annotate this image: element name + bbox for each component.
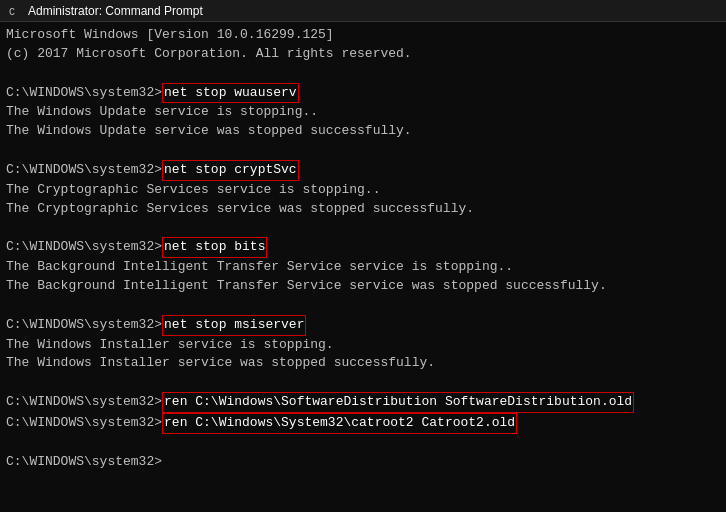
terminal-empty-line — [6, 434, 720, 453]
terminal-line: The Windows Update service is stopping.. — [6, 103, 720, 122]
terminal-line: Microsoft Windows [Version 10.0.16299.12… — [6, 26, 720, 45]
terminal-empty-line — [6, 141, 720, 160]
command-line: C:\WINDOWS\system32>ren C:\Windows\Softw… — [6, 392, 720, 413]
command-line: C:\WINDOWS\system32>net stop wuauserv — [6, 83, 720, 104]
terminal-line: The Cryptographic Services service is st… — [6, 181, 720, 200]
title-bar-text: Administrator: Command Prompt — [28, 4, 718, 18]
command-text: net stop wuauserv — [162, 83, 299, 104]
terminal-line: The Background Intelligent Transfer Serv… — [6, 277, 720, 296]
command-line: C:\WINDOWS\system32>net stop cryptSvc — [6, 160, 720, 181]
command-text: net stop msiserver — [162, 315, 306, 336]
prompt: C:\WINDOWS\system32> — [6, 238, 162, 257]
command-line: C:\WINDOWS\system32>ren C:\Windows\Syste… — [6, 413, 720, 434]
prompt: C:\WINDOWS\system32> — [6, 161, 162, 180]
terminal-empty-line — [6, 218, 720, 237]
terminal-line: The Windows Update service was stopped s… — [6, 122, 720, 141]
prompt: C:\WINDOWS\system32> — [6, 453, 162, 472]
terminal: Microsoft Windows [Version 10.0.16299.12… — [0, 22, 726, 512]
prompt-line: C:\WINDOWS\system32> — [6, 453, 720, 472]
title-bar: C Administrator: Command Prompt — [0, 0, 726, 22]
terminal-line: The Cryptographic Services service was s… — [6, 200, 720, 219]
command-text: ren C:\Windows\System32\catroot2 Catroot… — [162, 413, 517, 434]
terminal-empty-line — [6, 64, 720, 83]
command-text: net stop bits — [162, 237, 267, 258]
command-line: C:\WINDOWS\system32>net stop bits — [6, 237, 720, 258]
terminal-line: The Windows Installer service is stoppin… — [6, 336, 720, 355]
terminal-line: The Windows Installer service was stoppe… — [6, 354, 720, 373]
command-text: ren C:\Windows\SoftwareDistribution Soft… — [162, 392, 634, 413]
command-line: C:\WINDOWS\system32>net stop msiserver — [6, 315, 720, 336]
prompt: C:\WINDOWS\system32> — [6, 316, 162, 335]
terminal-empty-line — [6, 296, 720, 315]
cmd-icon: C — [8, 4, 22, 18]
prompt: C:\WINDOWS\system32> — [6, 393, 162, 412]
command-text: net stop cryptSvc — [162, 160, 299, 181]
prompt: C:\WINDOWS\system32> — [6, 84, 162, 103]
terminal-empty-line — [6, 373, 720, 392]
svg-text:C: C — [9, 7, 15, 18]
prompt: C:\WINDOWS\system32> — [6, 414, 162, 433]
terminal-line: The Background Intelligent Transfer Serv… — [6, 258, 720, 277]
terminal-line: (c) 2017 Microsoft Corporation. All righ… — [6, 45, 720, 64]
